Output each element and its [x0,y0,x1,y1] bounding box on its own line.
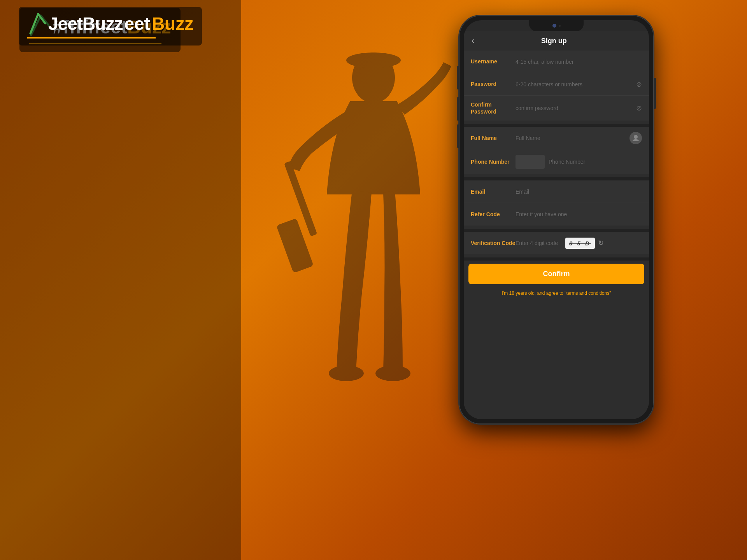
phone-input-area [516,155,642,169]
email-input[interactable] [516,189,642,195]
section-separator-1 [464,124,649,127]
phone-notch [529,20,584,31]
confirm-button[interactable]: Confirm [468,264,644,284]
phone-label: Phone Number [471,158,516,165]
confirm-password-eye-icon[interactable]: ⊘ [636,104,642,112]
logo-eet: eet [124,13,150,34]
verification-section: Verification Code 3 5 D ↻ [464,232,649,254]
email-input-area [516,189,642,195]
avatar-icon [630,132,642,144]
phone-country-code[interactable] [516,155,545,169]
logo-separator [27,37,156,38]
form-content: Username Password ⊘ Confirm Password [464,51,649,419]
verification-label: Verification Code [471,240,516,247]
fullname-input[interactable] [516,135,642,141]
fullname-input-area [516,135,642,141]
verification-row: Verification Code 3 5 D ↻ [464,232,649,254]
refercode-row: Refer Code [464,203,649,226]
verification-input-area: 3 5 D ↻ [516,238,642,249]
username-input[interactable] [516,59,642,65]
confirm-password-row: Confirm Password ⊘ [464,96,649,121]
email-row: Email [464,180,649,203]
captcha-image: 3 5 D [565,238,595,249]
username-row: Username [464,51,649,73]
refercode-label: Refer Code [471,211,516,218]
svg-point-10 [634,135,638,139]
phone-row: Phone Number [464,149,649,174]
fullname-row: Full Name [464,127,649,149]
svg-line-9 [38,14,45,23]
svg-point-5 [375,366,410,381]
phone-number-input[interactable] [549,159,642,165]
phone-outer-frame: ‹ Sign up Username Password [459,16,654,424]
confirm-password-input-area: ⊘ [516,105,642,111]
verification-input[interactable] [516,240,562,246]
confirm-password-input[interactable] [516,105,642,111]
phone-screen: ‹ Sign up Username Password [464,20,649,419]
svg-point-4 [329,366,364,381]
logo-cricket-icon [27,12,47,35]
password-input-area: ⊘ [516,81,642,88]
screen-title: Sign up [478,37,630,45]
svg-point-1 [346,52,401,68]
speaker [559,25,561,27]
screen-header: ‹ Sign up [464,31,649,51]
password-label: Password [471,80,516,88]
refercode-input[interactable] [516,211,642,217]
section-separator-2 [464,177,649,180]
username-label: Username [471,58,516,65]
personal-section: Full Name Phone Number [464,127,649,174]
fullname-label: Full Name [471,135,516,142]
section-separator-4 [464,257,649,261]
extra-section: Email Refer Code [464,180,649,226]
section-separator-3 [464,229,649,232]
phone-mockup: ‹ Sign up Username Password [459,16,654,424]
password-eye-icon[interactable]: ⊘ [636,80,642,89]
credentials-section: Username Password ⊘ Confirm Password [464,51,649,121]
back-button[interactable]: ‹ [472,36,474,46]
password-row: Password ⊘ [464,73,649,96]
logo-jeet: JeetBuzz [48,13,123,34]
refercode-input-area [516,211,642,217]
front-camera [552,24,556,28]
username-input-area [516,59,642,65]
svg-line-8 [30,14,38,33]
password-input[interactable] [516,81,642,88]
terms-text: I'm 18 years old, and agree to "terms an… [464,287,649,299]
confirm-password-label: Confirm Password [471,101,516,115]
refresh-captcha-icon[interactable]: ↻ [598,239,604,247]
email-label: Email [471,188,516,195]
logo-area: JeetBuzzeetBuzz [27,12,193,35]
logo-buzz: Buzz [152,13,193,34]
